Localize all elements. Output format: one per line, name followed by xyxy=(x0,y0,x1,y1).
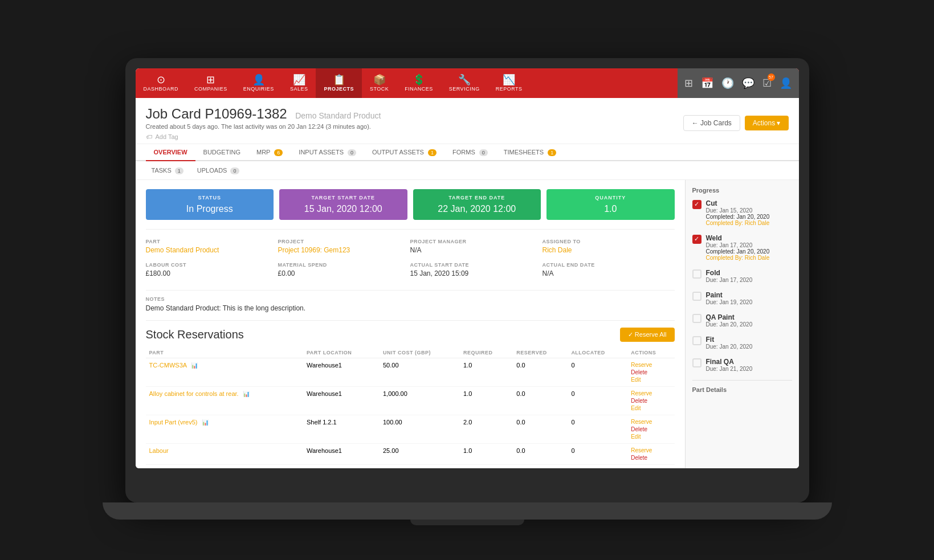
cell-location: Warehouse1 xyxy=(303,358,380,386)
add-tag-button[interactable]: Add Tag xyxy=(156,133,178,140)
servicing-icon: 🔧 xyxy=(458,75,471,85)
col-required: REQUIRED xyxy=(460,348,513,358)
cell-allocated: 0 xyxy=(568,415,627,443)
progress-item-content: Fit Due: Jan 20, 2020 xyxy=(706,336,753,350)
cell-required: 1.0 xyxy=(460,358,513,386)
row-actions: Reserve Delete Edit xyxy=(631,362,671,383)
sales-icon: 📈 xyxy=(293,75,305,85)
nav-clock-icon[interactable]: 🕐 xyxy=(719,75,736,92)
sub-tab-uploads[interactable]: UPLOADS 0 xyxy=(191,165,245,176)
part-link[interactable]: TC-CMWS3A xyxy=(149,362,187,369)
delete-action[interactable]: Delete xyxy=(631,455,671,461)
cell-location: Warehouse1 xyxy=(303,443,380,464)
progress-checkbox[interactable] xyxy=(692,358,701,367)
progress-item: ✓ Cut Due: Jan 15, 2020 Completed: Jan 2… xyxy=(692,199,792,226)
tab-mrp[interactable]: MRP 6 xyxy=(248,144,291,161)
progress-item: Paint Due: Jan 19, 2020 xyxy=(692,291,792,305)
tab-timesheets[interactable]: TIMESHEETS 1 xyxy=(496,144,564,161)
tab-budgeting[interactable]: BUDGETING xyxy=(195,144,248,161)
input-assets-badge: 0 xyxy=(348,149,356,156)
enquiries-icon: 👤 xyxy=(252,75,265,85)
progress-item-name: Fold xyxy=(706,269,753,277)
nav-item-stock[interactable]: 📦 STOCK xyxy=(362,68,397,98)
nav-item-sales[interactable]: 📈 SALES xyxy=(282,68,316,98)
header-actions: ← Job Cards Actions ▾ xyxy=(683,115,789,131)
actions-button[interactable]: Actions ▾ xyxy=(745,116,789,130)
cell-actions: Reserve Delete xyxy=(627,443,674,464)
progress-item-name: Final QA xyxy=(706,358,753,366)
tasks-sub-badge: 1 xyxy=(175,167,183,174)
nav-item-companies[interactable]: ⊞ COMPANIES xyxy=(186,68,235,98)
delete-action[interactable]: Delete xyxy=(631,398,671,404)
col-actions: ACTIONS xyxy=(627,348,674,358)
reserve-all-button[interactable]: ✓ Reserve All xyxy=(620,328,675,342)
nav-user-icon[interactable]: 👤 xyxy=(777,75,794,92)
part-link[interactable]: Labour xyxy=(149,447,169,454)
nav-item-reports[interactable]: 📉 REPORTS xyxy=(488,68,531,98)
bar-chart-icon: 📊 xyxy=(243,391,250,397)
laptop-base xyxy=(103,502,832,520)
dashboard-icon: ⊙ xyxy=(157,75,165,85)
delete-action[interactable]: Delete xyxy=(631,426,671,432)
laptop-notch xyxy=(410,520,524,525)
progress-item: Fit Due: Jan 20, 2020 xyxy=(692,336,792,350)
nav-item-projects[interactable]: 📋 PROJECTS xyxy=(316,68,362,98)
job-cards-button[interactable]: ← Job Cards xyxy=(683,115,740,131)
col-part: PART xyxy=(146,348,304,358)
info-labour-cost: LABOUR COST £180.00 xyxy=(146,260,278,283)
tab-output-assets[interactable]: OUTPUT ASSETS 1 xyxy=(364,144,444,161)
progress-item-by: Completed By: Rich Dale xyxy=(706,255,770,261)
top-nav: ⊙ DASHBOARD ⊞ COMPANIES 👤 ENQUIRIES 📈 SA… xyxy=(136,68,799,98)
progress-checkbox[interactable] xyxy=(692,292,701,301)
info-assigned-to: ASSIGNED TO Rich Dale xyxy=(543,236,675,260)
progress-checkbox[interactable]: ✓ xyxy=(692,235,701,244)
progress-item-name: Cut xyxy=(706,199,770,207)
progress-items-container: ✓ Cut Due: Jan 15, 2020 Completed: Jan 2… xyxy=(692,199,792,372)
delete-action[interactable]: Delete xyxy=(631,369,671,375)
info-material-spend: MATERIAL SPEND £0.00 xyxy=(278,260,410,283)
page-title-area: Job Card P10969-1382 Demo Standard Produ… xyxy=(146,106,381,140)
nav-grid-icon[interactable]: ⊞ xyxy=(682,75,695,92)
progress-item-due: Due: Jan 20, 2020 xyxy=(706,321,753,328)
status-card-status: STATUS In Progress xyxy=(146,189,274,220)
reserve-action[interactable]: Reserve xyxy=(631,390,671,397)
edit-action[interactable]: Edit xyxy=(631,434,671,440)
reserve-action[interactable]: Reserve xyxy=(631,419,671,425)
sub-tab-tasks[interactable]: TASKS 1 xyxy=(146,165,189,176)
reserve-action[interactable]: Reserve xyxy=(631,447,671,453)
cell-actions: Reserve Delete Edit xyxy=(627,386,674,415)
nav-label-reports: REPORTS xyxy=(496,86,523,92)
progress-checkbox[interactable]: ✓ xyxy=(692,200,701,209)
progress-checkbox[interactable] xyxy=(692,269,701,279)
progress-checkbox[interactable] xyxy=(692,336,701,345)
nav-item-servicing[interactable]: 🔧 SERVICING xyxy=(441,68,488,98)
part-link[interactable]: Input Part (vrev5) xyxy=(149,419,198,426)
tab-overview[interactable]: OVERVIEW xyxy=(146,144,195,161)
tab-input-assets[interactable]: INPUT ASSETS 0 xyxy=(291,144,364,161)
page-header: Job Card P10969-1382 Demo Standard Produ… xyxy=(136,98,799,144)
info-actual-end: ACTUAL END DATE N/A xyxy=(543,260,675,283)
edit-action[interactable]: Edit xyxy=(631,377,671,383)
tab-forms[interactable]: FORMS 0 xyxy=(444,144,496,161)
sub-tabs-bar: TASKS 1 UPLOADS 0 xyxy=(136,161,799,180)
edit-action[interactable]: Edit xyxy=(631,405,671,411)
nav-label-companies: COMPANIES xyxy=(194,86,227,92)
nav-item-enquiries[interactable]: 👤 ENQUIRIES xyxy=(235,68,282,98)
status-card-quantity: QUANTITY 1.0 xyxy=(546,189,675,220)
info-part: PART Demo Standard Product xyxy=(146,236,278,260)
cell-required: 1.0 xyxy=(460,386,513,415)
right-sidebar: Progress ✓ Cut Due: Jan 15, 2020 Complet… xyxy=(685,180,799,468)
nav-calendar-icon[interactable]: 📅 xyxy=(699,75,716,92)
progress-item-name: Fit xyxy=(706,336,753,344)
nav-chat-icon[interactable]: 💬 xyxy=(740,75,757,92)
part-link[interactable]: Alloy cabinet for controls at rear. xyxy=(149,390,239,397)
progress-checkbox[interactable] xyxy=(692,314,701,323)
progress-item-name: QA Paint xyxy=(706,313,753,321)
nav-item-dashboard[interactable]: ⊙ DASHBOARD xyxy=(136,68,187,98)
tag-area: 🏷 Add Tag xyxy=(146,133,381,140)
progress-item: Fold Due: Jan 17, 2020 xyxy=(692,269,792,283)
nav-tasks-icon[interactable]: ☑57 xyxy=(760,75,774,92)
nav-item-finances[interactable]: 💲 FINANCES xyxy=(397,68,441,98)
reserve-action[interactable]: Reserve xyxy=(631,362,671,368)
info-grid: PART Demo Standard Product PROJECT Proje… xyxy=(146,229,675,283)
